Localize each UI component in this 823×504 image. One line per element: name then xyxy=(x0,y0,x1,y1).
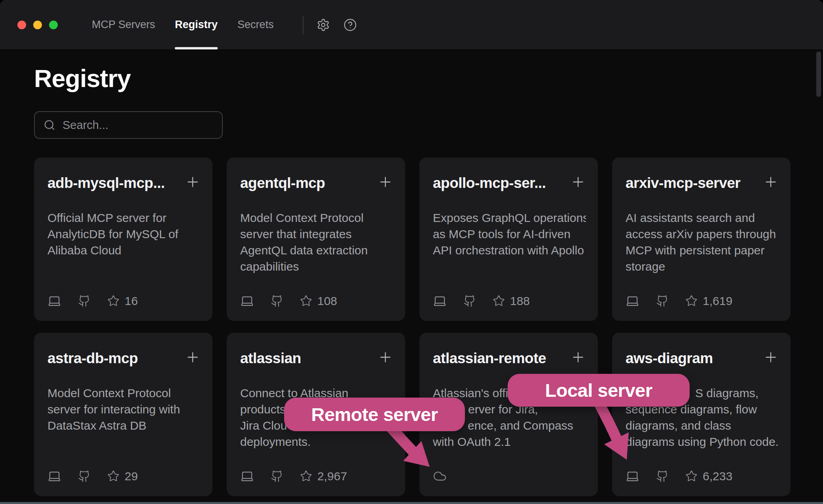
tab-secrets[interactable]: Secrets xyxy=(237,0,274,49)
star-count: 29 xyxy=(107,470,138,483)
add-server-button[interactable] xyxy=(570,174,586,190)
card-title: apollo-mcp-ser... xyxy=(433,175,546,191)
plus-icon xyxy=(185,174,201,190)
card-header: agentql-mcp xyxy=(240,175,393,191)
laptop-icon xyxy=(47,469,61,483)
traffic-lights xyxy=(17,21,58,29)
star-count: 108 xyxy=(300,294,337,308)
description-line: as MCP tools for AI-driven xyxy=(433,226,586,242)
add-server-button[interactable] xyxy=(185,174,201,190)
card-title: astra-db-mcp xyxy=(47,350,138,367)
star-count: 2,967 xyxy=(300,470,347,483)
card-description: Official MCP server forAnalyticDB for My… xyxy=(47,210,201,258)
description-line: Model Context Protocol xyxy=(240,210,393,226)
description-line: storage xyxy=(626,258,779,275)
github-icon xyxy=(656,470,669,483)
card-title: arxiv-mcp-server xyxy=(626,175,740,191)
laptop-icon xyxy=(47,294,61,308)
minimize-button[interactable] xyxy=(33,21,42,29)
search-input[interactable] xyxy=(63,119,213,132)
tab-mcp-servers[interactable]: MCP Servers xyxy=(92,0,155,49)
laptop-icon xyxy=(433,294,447,308)
plus-icon xyxy=(763,174,779,190)
card-footer: 2,967 xyxy=(240,469,347,483)
star-icon xyxy=(300,470,312,482)
description-line: DataStax Astra DB xyxy=(47,417,201,434)
card-header: aws-diagram xyxy=(626,350,779,367)
scrollbar-thumb[interactable] xyxy=(816,51,821,97)
card-header: atlassian xyxy=(240,350,393,367)
card-footer: 108 xyxy=(240,294,337,308)
zoom-button[interactable] xyxy=(49,21,58,29)
search-box xyxy=(34,111,223,139)
toolbar-divider xyxy=(303,16,303,34)
github-icon xyxy=(78,470,91,483)
plus-icon xyxy=(377,174,393,190)
tab-registry[interactable]: Registry xyxy=(175,0,218,49)
plus-icon xyxy=(570,349,586,365)
registry-card[interactable]: aws-diagram S diagrams,sequence diagrams… xyxy=(612,333,791,496)
add-server-button[interactable] xyxy=(377,349,393,365)
app-window: MCP ServersRegistrySecrets Registry adb-… xyxy=(0,0,823,504)
card-title: aws-diagram xyxy=(626,350,713,367)
card-footer: 16 xyxy=(47,294,138,308)
description-line: API orchestration with Apollo xyxy=(433,242,586,258)
star-icon xyxy=(685,295,698,307)
registry-card-grid: adb-mysql-mcp... Official MCP server for… xyxy=(34,157,791,496)
add-server-button[interactable] xyxy=(763,174,779,190)
star-icon xyxy=(493,295,505,307)
description-line: diagrams, and class xyxy=(626,417,779,434)
card-description: Exposes GraphQL operationsas MCP tools f… xyxy=(433,210,586,258)
local-server-badge: Local server xyxy=(508,374,690,407)
add-server-button[interactable] xyxy=(763,349,779,365)
registry-card[interactable]: arxiv-mcp-server AI assistants search an… xyxy=(612,157,791,321)
star-count: 16 xyxy=(107,294,138,308)
card-title: atlassian xyxy=(240,350,301,367)
add-server-button[interactable] xyxy=(570,349,586,365)
card-title: agentql-mcp xyxy=(240,175,325,191)
laptop-icon xyxy=(626,294,639,308)
card-header: arxiv-mcp-server xyxy=(626,175,779,191)
description-line: AI assistants search and xyxy=(626,210,779,226)
github-icon xyxy=(78,295,91,307)
star-icon xyxy=(107,470,119,482)
search-icon xyxy=(44,119,55,131)
description-line: Exposes GraphQL operations xyxy=(433,210,586,226)
card-description: Model Context Protocolserver that integr… xyxy=(240,210,393,275)
description-line: diagrams using Python code. xyxy=(626,434,779,450)
laptop-icon xyxy=(626,469,639,483)
help-icon[interactable] xyxy=(343,18,357,32)
close-button[interactable] xyxy=(17,21,26,29)
github-icon xyxy=(271,470,283,483)
registry-card[interactable]: adb-mysql-mcp... Official MCP server for… xyxy=(34,157,212,321)
titlebar: MCP ServersRegistrySecrets xyxy=(0,0,823,50)
github-icon xyxy=(656,295,669,307)
add-server-button[interactable] xyxy=(377,174,393,190)
card-footer: 6,233 xyxy=(626,469,732,483)
plus-icon xyxy=(185,349,201,365)
description-line: Official MCP server for xyxy=(47,210,201,226)
nav-tabs: MCP ServersRegistrySecrets xyxy=(92,0,274,49)
card-header: adb-mysql-mcp... xyxy=(47,175,201,191)
laptop-icon xyxy=(240,469,254,483)
registry-card[interactable]: astra-db-mcp Model Context Protocolserve… xyxy=(34,333,212,496)
description-line: MCP with persistent paper xyxy=(626,242,779,258)
settings-icon[interactable] xyxy=(317,18,330,32)
star-count: 6,233 xyxy=(685,470,732,483)
github-icon xyxy=(463,295,476,307)
card-footer xyxy=(433,469,447,483)
cloud-icon xyxy=(433,469,447,483)
add-server-button[interactable] xyxy=(185,349,201,365)
card-footer: 1,619 xyxy=(626,294,732,308)
laptop-icon xyxy=(240,294,254,308)
card-header: astra-db-mcp xyxy=(47,350,201,367)
card-title: atlassian-remote xyxy=(433,350,546,367)
description-line: with OAuth 2.1 xyxy=(433,434,586,450)
registry-card[interactable]: agentql-mcp Model Context Protocolserver… xyxy=(227,157,405,321)
registry-card[interactable]: apollo-mcp-ser... Exposes GraphQL operat… xyxy=(419,157,598,321)
github-icon xyxy=(271,295,283,307)
star-icon xyxy=(300,295,312,307)
card-footer: 29 xyxy=(47,469,138,483)
plus-icon xyxy=(763,349,779,365)
page-title: Registry xyxy=(34,64,131,93)
